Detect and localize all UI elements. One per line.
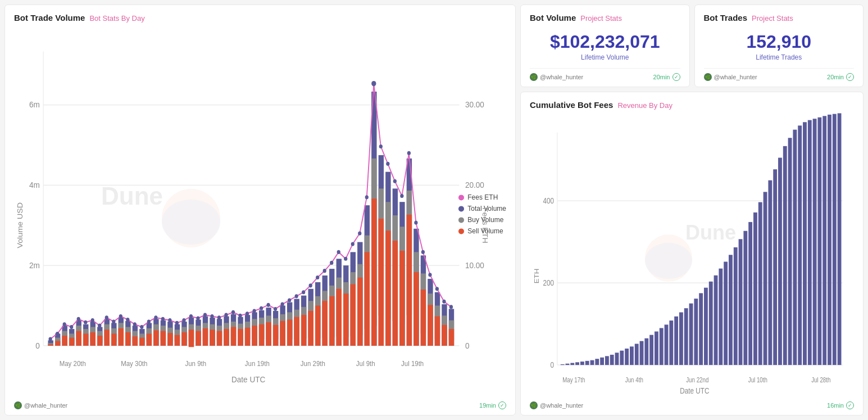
footer-username-volume: @whale_hunter <box>540 74 583 80</box>
svg-rect-220 <box>585 361 589 365</box>
line-dot <box>168 318 171 322</box>
svg-rect-75 <box>161 331 166 346</box>
svg-rect-236 <box>665 324 669 365</box>
svg-text:2m: 2m <box>29 260 40 270</box>
line-dot <box>442 300 446 304</box>
cumulative-chart-card: Cumulative Bot Fees Revenue By Day Dune … <box>520 92 864 416</box>
line-dot <box>260 306 263 310</box>
line-dot <box>358 231 361 235</box>
svg-rect-215 <box>561 364 565 365</box>
line-dot <box>400 194 403 198</box>
line-dot <box>133 322 137 326</box>
line-dot <box>288 298 291 302</box>
svg-rect-150 <box>337 289 342 346</box>
svg-rect-174 <box>393 241 398 346</box>
avatar-left: 🌿 <box>14 401 22 409</box>
svg-text:200: 200 <box>543 278 554 288</box>
line-dot <box>330 261 333 265</box>
svg-rect-51 <box>104 329 110 346</box>
svg-text:6m: 6m <box>29 100 40 110</box>
footer-time-cumulative: 16min ✓ <box>827 401 854 409</box>
svg-rect-153 <box>343 293 348 346</box>
footer-time-trades: 20min ✓ <box>827 73 854 81</box>
line-dot <box>175 321 179 325</box>
svg-rect-63 <box>133 336 138 346</box>
chart-bars <box>48 92 454 347</box>
svg-text:Jun 29th: Jun 29th <box>301 359 325 368</box>
bot-volume-label: Lifetime Volume <box>530 53 680 61</box>
cumulative-chart-svg: 0 200 400 ETH May 17th Jun 4th Jun 22nd … <box>530 112 854 399</box>
svg-rect-239 <box>679 312 683 365</box>
svg-text:ETH: ETH <box>533 269 540 284</box>
svg-rect-230 <box>635 344 639 365</box>
line-dot <box>105 315 108 319</box>
svg-text:Jul 10th: Jul 10th <box>748 376 767 383</box>
svg-rect-257 <box>768 180 772 365</box>
footer-user-cumulative: 🌿 @whale_hunter <box>530 401 583 409</box>
line-dot <box>210 314 213 318</box>
line-dot <box>196 317 199 320</box>
svg-rect-260 <box>783 146 787 365</box>
svg-rect-242 <box>694 299 698 365</box>
bot-volume-value: $102,232,071 <box>530 31 680 52</box>
line-dot <box>126 318 129 322</box>
svg-rect-129 <box>287 319 292 345</box>
cumulative-subtitle: Revenue By Day <box>617 101 672 110</box>
line-dot <box>302 290 305 294</box>
svg-rect-81 <box>175 335 180 346</box>
svg-rect-232 <box>644 338 648 365</box>
line-dot <box>351 242 355 246</box>
svg-rect-271 <box>838 113 842 365</box>
svg-rect-243 <box>699 293 703 365</box>
svg-text:Volume USD: Volume USD <box>16 202 24 249</box>
svg-rect-183 <box>413 272 419 346</box>
left-chart-panel: Bot Trade Volume Bot Stats By Day Fees E… <box>4 4 516 416</box>
svg-rect-114 <box>252 326 257 346</box>
svg-rect-117 <box>259 324 264 346</box>
svg-rect-186 <box>421 290 426 346</box>
svg-text:May 20th: May 20th <box>60 359 86 368</box>
line-dot <box>189 314 193 318</box>
svg-rect-90 <box>196 331 201 346</box>
svg-rect-258 <box>773 169 777 365</box>
line-dot <box>295 294 298 298</box>
footer-username-trades: @whale_hunter <box>714 74 757 80</box>
svg-text:Jul 9th: Jul 9th <box>356 359 375 368</box>
line-dot <box>449 305 453 309</box>
svg-rect-126 <box>280 321 285 346</box>
svg-text:Jun 19th: Jun 19th <box>245 359 270 368</box>
line-dot <box>274 307 277 311</box>
svg-rect-231 <box>640 341 644 365</box>
svg-text:Jun 22nd: Jun 22nd <box>686 376 708 383</box>
svg-text:0: 0 <box>550 360 554 370</box>
footer-time-text-volume: 20min <box>653 74 670 80</box>
svg-rect-264 <box>803 122 807 365</box>
line-dot <box>182 318 185 322</box>
cumulative-chart-footer: 🌿 @whale_hunter 16min ✓ <box>530 401 854 409</box>
line-dot <box>252 309 256 313</box>
left-chart-svg: 0 2m 4m 6m 0 10.00 20.00 30.00 Volume US… <box>14 25 506 399</box>
line-dot <box>344 257 347 261</box>
line-dot <box>98 324 101 328</box>
bot-trades-subtitle: Project Stats <box>752 14 793 22</box>
bot-trades-title-row: Bot Trades Project Stats <box>704 13 855 22</box>
footer-username-left: @whale_hunter <box>24 402 67 409</box>
line-dot <box>309 283 312 287</box>
bot-volume-subtitle: Project Stats <box>580 14 622 22</box>
svg-rect-245 <box>709 282 713 365</box>
svg-text:0: 0 <box>465 341 470 350</box>
svg-rect-30 <box>55 341 60 346</box>
svg-rect-246 <box>714 276 718 365</box>
line-dot <box>379 144 383 148</box>
line-dot <box>70 325 73 329</box>
line-dot <box>203 313 207 317</box>
svg-rect-259 <box>778 158 782 365</box>
svg-rect-60 <box>125 332 130 346</box>
bot-trades-label: Lifetime Trades <box>704 53 855 61</box>
line-dot <box>238 314 242 318</box>
line-dot <box>231 310 235 314</box>
line-dot <box>147 319 151 323</box>
footer-time-volume: 20min ✓ <box>653 73 680 81</box>
line-dot <box>323 269 326 273</box>
svg-rect-241 <box>689 304 693 365</box>
